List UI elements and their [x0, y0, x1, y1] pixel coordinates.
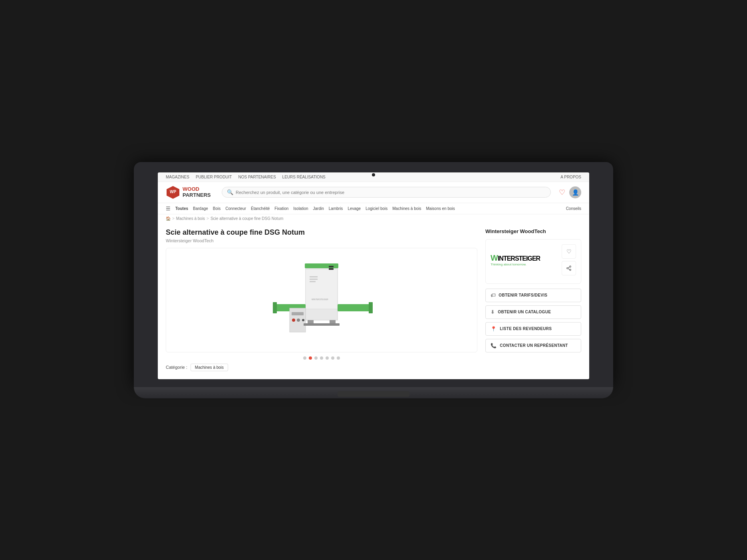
nav-partenaires[interactable]: NOS PARTENAIRES	[238, 175, 276, 179]
tarifs-button[interactable]: 🏷 OBTENIR TARIFS/DEVIS	[485, 289, 581, 302]
catalogue-label: OBTENIR UN CATALOGUE	[498, 310, 551, 314]
search-icon: 🔍	[227, 189, 233, 195]
category-label-area: Catégorie : Machines à bois	[166, 364, 477, 371]
cat-logiciel[interactable]: Logiciel bois	[366, 206, 387, 211]
svg-text:WP: WP	[170, 190, 176, 194]
favorites-icon[interactable]: ♡	[559, 188, 565, 197]
product-sidebar: Wintersteiger WoodTech WINTERSTEIGER Thi…	[485, 228, 581, 371]
nav-conseils[interactable]: Conseils	[566, 206, 581, 211]
dot-2[interactable]	[309, 356, 312, 360]
menu-icon[interactable]: ☰	[166, 206, 171, 212]
dot-1[interactable]	[303, 356, 306, 360]
dot-7[interactable]	[337, 356, 340, 360]
cat-machines[interactable]: Machines à bois	[392, 206, 421, 211]
nav-apropos[interactable]: A PROPOS	[560, 175, 581, 179]
revendeurs-label: LISTE DES REVENDEURS	[500, 327, 552, 331]
svg-rect-6	[329, 268, 334, 270]
category-badge[interactable]: Machines à bois	[191, 364, 228, 371]
representant-label: CONTACTER UN REPRÉSENTANT	[500, 343, 568, 348]
representant-icon: 📞	[491, 343, 497, 348]
category-prefix: Catégorie :	[166, 365, 187, 370]
svg-rect-9	[310, 281, 316, 282]
wintersteiger-logo[interactable]: WINTERSTEIGER Thinking about tomorrow.	[491, 253, 540, 266]
svg-line-27	[568, 267, 570, 267]
cat-levage[interactable]: Levage	[348, 206, 361, 211]
svg-point-17	[297, 319, 300, 322]
dot-6[interactable]	[331, 356, 334, 360]
header-actions: ♡ 👤	[559, 186, 581, 198]
cat-jardin[interactable]: Jardin	[313, 206, 324, 211]
logo-brand-text: WINTERSTEIGER	[491, 253, 540, 263]
avatar[interactable]: 👤	[569, 186, 581, 198]
cat-fixation[interactable]: Fixation	[274, 206, 288, 211]
main-header: WP WOOD PARTNERS 🔍 ♡ 👤	[158, 182, 589, 203]
product-subtitle: Wintersteiger WoodTech	[166, 238, 477, 243]
company-title: Wintersteiger WoodTech	[485, 228, 581, 234]
svg-rect-20	[308, 320, 314, 323]
main-content: Scie alternative à coupe fine DSG Notum …	[158, 223, 589, 379]
representant-button[interactable]: 📞 CONTACTER UN REPRÉSENTANT	[485, 339, 581, 352]
catalogue-button[interactable]: ⬇ OBTENIR UN CATALOGUE	[485, 305, 581, 319]
svg-rect-3	[305, 263, 338, 268]
breadcrumb: 🏠 > Machines à bois > Scie alternative à…	[158, 214, 589, 223]
cat-toutes[interactable]: Toutes	[175, 206, 188, 211]
product-section: Scie alternative à coupe fine DSG Notum …	[166, 228, 477, 371]
product-image-area: WINTERSTEIGER	[166, 248, 477, 352]
share-button[interactable]	[562, 261, 576, 275]
breadcrumb-sep2: >	[207, 216, 209, 221]
dot-3[interactable]	[314, 356, 318, 360]
svg-rect-22	[304, 323, 340, 326]
screen-content: MAGAZINES PUBLIER PRODUIT NOS PARTENAIRE…	[158, 172, 589, 379]
trackpad	[338, 391, 409, 397]
svg-rect-8	[310, 279, 318, 280]
favorite-button[interactable]: ♡	[562, 244, 576, 259]
cat-lambris[interactable]: Lambris	[329, 206, 343, 211]
breadcrumb-home[interactable]: 🏠	[166, 216, 171, 221]
svg-text:WINTERSTEIGER: WINTERSTEIGER	[312, 298, 328, 301]
cta-buttons: 🏷 OBTENIR TARIFS/DEVIS ⬇ OBTENIR UN CATA…	[485, 289, 581, 352]
svg-rect-15	[292, 312, 304, 315]
cat-connecteur[interactable]: Connecteur	[225, 206, 246, 211]
product-title: Scie alternative à coupe fine DSG Notum	[166, 228, 477, 237]
search-bar: 🔍	[222, 187, 551, 198]
laptop-base	[134, 387, 613, 398]
svg-point-18	[302, 319, 304, 321]
catalogue-icon: ⬇	[491, 309, 495, 315]
breadcrumb-machines[interactable]: Machines à bois	[176, 216, 205, 221]
cat-maisons[interactable]: Maisons en bois	[426, 206, 455, 211]
cat-bardage[interactable]: Bardage	[193, 206, 208, 211]
nav-magazines[interactable]: MAGAZINES	[166, 175, 189, 179]
tarifs-icon: 🏷	[491, 293, 495, 298]
svg-line-26	[568, 268, 570, 269]
company-action-buttons: ♡	[562, 244, 576, 275]
svg-rect-4	[306, 269, 338, 309]
screen-bezel: MAGAZINES PUBLIER PRODUIT NOS PARTENAIRE…	[134, 162, 613, 387]
tarifs-label: OBTENIR TARIFS/DEVIS	[499, 293, 547, 297]
svg-rect-21	[330, 320, 336, 323]
cat-bois[interactable]: Bois	[213, 206, 221, 211]
nav-publier[interactable]: PUBLIER PRODUIT	[196, 175, 232, 179]
logo-area[interactable]: WP WOOD PARTNERS	[166, 185, 214, 200]
cat-isolation[interactable]: Isolation	[293, 206, 308, 211]
laptop-frame: MAGAZINES PUBLIER PRODUIT NOS PARTENAIRE…	[134, 162, 613, 398]
carousel-dots	[166, 356, 477, 360]
dot-4[interactable]	[320, 356, 323, 360]
svg-rect-11	[273, 302, 277, 313]
search-input[interactable]	[236, 190, 546, 195]
logo-icon: WP	[166, 185, 180, 200]
dot-5[interactable]	[326, 356, 329, 360]
svg-point-25	[570, 269, 571, 271]
svg-rect-13	[369, 302, 373, 313]
breadcrumb-sep1: >	[172, 216, 175, 221]
svg-point-23	[570, 266, 571, 267]
nav-realisations[interactable]: LEURS RÉALISATIONS	[282, 175, 326, 179]
top-nav-left: MAGAZINES PUBLIER PRODUIT NOS PARTENAIRE…	[166, 175, 326, 179]
revendeurs-button[interactable]: 📍 LISTE DES REVENDEURS	[485, 322, 581, 336]
logo-text: WOOD PARTNERS	[183, 186, 211, 198]
svg-point-16	[292, 319, 295, 322]
brand-name: INTERSTEIGER	[498, 255, 540, 262]
revendeurs-icon: 📍	[491, 326, 497, 332]
cat-etancheite[interactable]: Étanchéité	[251, 206, 270, 211]
svg-rect-7	[310, 276, 318, 277]
company-logo-area: WINTERSTEIGER Thinking about tomorrow. ♡	[491, 244, 576, 275]
